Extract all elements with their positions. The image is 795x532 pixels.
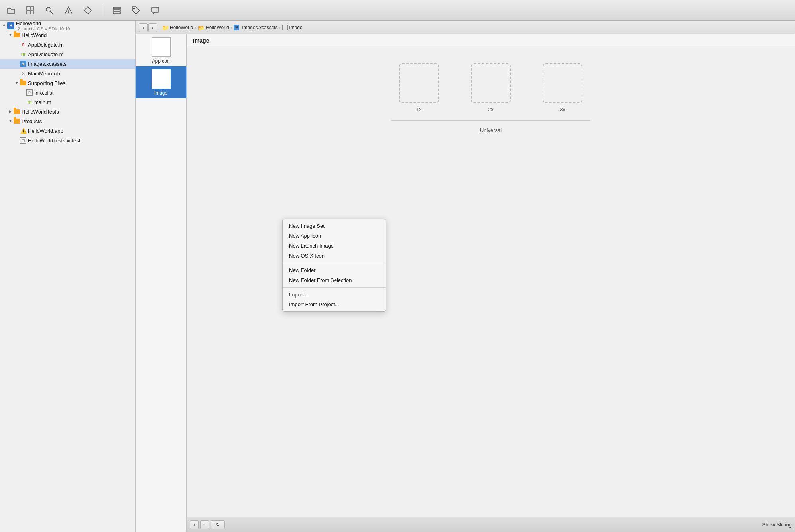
universal-label: Universal	[480, 127, 502, 133]
sidebar-item-main-m[interactable]: m main.m	[0, 97, 135, 107]
appicon-label: AppIcon	[152, 58, 169, 64]
breadcrumb-back-button[interactable]: ‹	[139, 23, 148, 32]
image-slot-label-1x: 1x	[416, 106, 422, 112]
context-menu-new-app-icon[interactable]: New App Icon	[283, 231, 386, 241]
cycle-button[interactable]: ↻	[211, 520, 225, 529]
image-slot-box-3x[interactable]	[543, 63, 582, 103]
context-menu-import-from-project[interactable]: Import From Project...	[283, 299, 386, 309]
breadcrumb-item-helloworld-group[interactable]: 📂 HelloWorld	[198, 24, 229, 31]
svg-point-11	[134, 8, 135, 9]
svg-rect-9	[113, 10, 120, 11]
image-label: Image	[154, 90, 167, 96]
context-menu-new-launch-image[interactable]: New Launch Image	[283, 241, 386, 251]
sidebar-item-products[interactable]: Products	[0, 116, 135, 126]
asset-list: AppIcon Image	[136, 34, 187, 532]
mainmenu-xib-label: MainMenu.xib	[28, 71, 60, 77]
breadcrumb-sep-3: ›	[279, 25, 281, 30]
breadcrumb-xcassets-icon: ⊞	[234, 25, 239, 30]
context-menu-section-3: Import... Import From Project...	[283, 288, 386, 311]
image-editor: Image 1x 2x 3x	[187, 34, 795, 532]
breadcrumb-sep-1: ›	[195, 25, 196, 30]
breadcrumb-helloworld-group-label: HelloWorld	[206, 25, 229, 30]
svg-line-5	[51, 12, 53, 14]
svg-point-7	[69, 12, 69, 13]
remove-icon: −	[203, 522, 206, 528]
context-menu-new-folder[interactable]: New Folder	[283, 265, 386, 275]
image-slot-box-1x[interactable]	[399, 63, 439, 103]
helloworld-group-label: HelloWorld	[22, 32, 47, 38]
universal-divider	[391, 120, 590, 121]
sidebar-item-supporting-files[interactable]: Supporting Files	[0, 78, 135, 88]
sidebar: H HelloWorld 2 targets, OS X SDK 10.10 H…	[0, 21, 136, 532]
appdelegate-h-label: AppDelegate.h	[28, 42, 62, 48]
sidebar-item-helloworldtests-xctest[interactable]: □ HelloWorldTests.xctest	[0, 136, 135, 145]
show-slicing-label[interactable]: Show Slicing	[762, 522, 792, 528]
tag-icon[interactable]	[130, 4, 142, 17]
context-menu-new-osx-icon[interactable]: New OS X Icon	[283, 251, 386, 261]
sidebar-item-helloworld-app[interactable]: ⚠️ HelloWorld.app	[0, 126, 135, 136]
helloworldtests-label: HelloWorldTests	[22, 109, 59, 115]
context-menu-import[interactable]: Import...	[283, 290, 386, 299]
breadcrumb-xcassets-label: Images.xcassets	[242, 25, 277, 30]
breadcrumb-bar: ‹ › 📁 HelloWorld › 📂 HelloWorld › ⊞	[136, 21, 795, 34]
remove-asset-button[interactable]: −	[200, 520, 209, 529]
folder-icon[interactable]	[5, 4, 18, 17]
image-slot-2x: 2x	[471, 63, 511, 112]
sidebar-item-mainmenu-xib[interactable]: ✕ MainMenu.xib	[0, 69, 135, 78]
triangle-project	[2, 23, 6, 28]
project-name-label: HelloWorld	[16, 21, 70, 26]
folder-yellow-hwt-icon	[14, 109, 20, 114]
main-m-label: main.m	[34, 99, 51, 105]
context-menu-section-1: New Image Set New App Icon New Launch Im…	[283, 219, 386, 263]
breadcrumb-path: 📁 HelloWorld › 📂 HelloWorld › ⊞ Images.x…	[162, 24, 303, 31]
svg-rect-1	[31, 7, 34, 10]
breadcrumb-item-xcassets[interactable]: ⊞ Images.xcassets	[234, 25, 277, 30]
grid-icon[interactable]	[24, 4, 37, 17]
project-icon: H	[7, 22, 14, 29]
diamond-icon[interactable]	[81, 4, 94, 17]
breadcrumb-forward-button[interactable]: ›	[148, 23, 157, 32]
image-editor-title: Image	[193, 37, 209, 44]
context-menu-new-folder-from-selection[interactable]: New Folder From Selection	[283, 275, 386, 285]
asset-item-image[interactable]: Image	[136, 66, 186, 98]
list-icon[interactable]	[110, 4, 123, 17]
image-slot-1x: 1x	[399, 63, 439, 112]
search-icon[interactable]	[43, 4, 56, 17]
context-menu-new-image-set[interactable]: New Image Set	[283, 221, 386, 231]
svg-rect-12	[152, 7, 159, 12]
asset-bottom-toolbar: + − ↻ Show Slicing	[187, 517, 795, 532]
sidebar-item-project-root[interactable]: H HelloWorld 2 targets, OS X SDK 10.10	[0, 21, 135, 30]
svg-rect-2	[27, 11, 30, 14]
cycle-icon: ↻	[216, 522, 220, 527]
breadcrumb-item-helloworld-proj[interactable]: 📁 HelloWorld	[162, 24, 193, 31]
triangle-supporting	[14, 81, 19, 85]
image-slot-box-2x[interactable]	[471, 63, 511, 103]
xctest-icon: □	[20, 137, 26, 144]
folder-yellow-products-icon	[14, 119, 20, 124]
add-asset-button[interactable]: +	[190, 520, 199, 529]
bubble-icon[interactable]	[149, 4, 161, 17]
breadcrumb-folder-group-icon: 📂	[198, 24, 205, 31]
sidebar-item-appdelegate-m[interactable]: m AppDelegate.m	[0, 49, 135, 59]
appdelegate-m-label: AppDelegate.m	[28, 51, 64, 57]
breadcrumb-image-label: Image	[289, 25, 302, 30]
breadcrumb-item-image[interactable]: Image	[282, 25, 302, 30]
sidebar-item-helloworldtests[interactable]: HelloWorldTests	[0, 107, 135, 116]
toolbar-separator-1	[102, 5, 102, 16]
image-editor-header: Image	[187, 34, 795, 47]
add-icon: +	[193, 522, 196, 528]
sidebar-item-images-xcassets[interactable]: ⊞ Images.xcassets	[0, 59, 135, 69]
appicon-preview	[152, 37, 171, 57]
svg-rect-10	[113, 12, 120, 14]
main-toolbar	[0, 0, 795, 21]
svg-point-4	[46, 7, 51, 12]
sidebar-item-helloworld-group[interactable]: HelloWorld	[0, 30, 135, 40]
warning-icon[interactable]	[62, 4, 75, 17]
info-plist-label: Info.plist	[34, 90, 53, 96]
h-file-icon: h	[20, 41, 26, 48]
sidebar-item-appdelegate-h[interactable]: h AppDelegate.h	[0, 40, 135, 49]
products-label: Products	[22, 118, 42, 124]
sidebar-item-info-plist[interactable]: P Info.plist	[0, 88, 135, 97]
editor-area: AppIcon Image Image 1x	[136, 34, 795, 532]
asset-item-appicon[interactable]: AppIcon	[136, 34, 186, 66]
